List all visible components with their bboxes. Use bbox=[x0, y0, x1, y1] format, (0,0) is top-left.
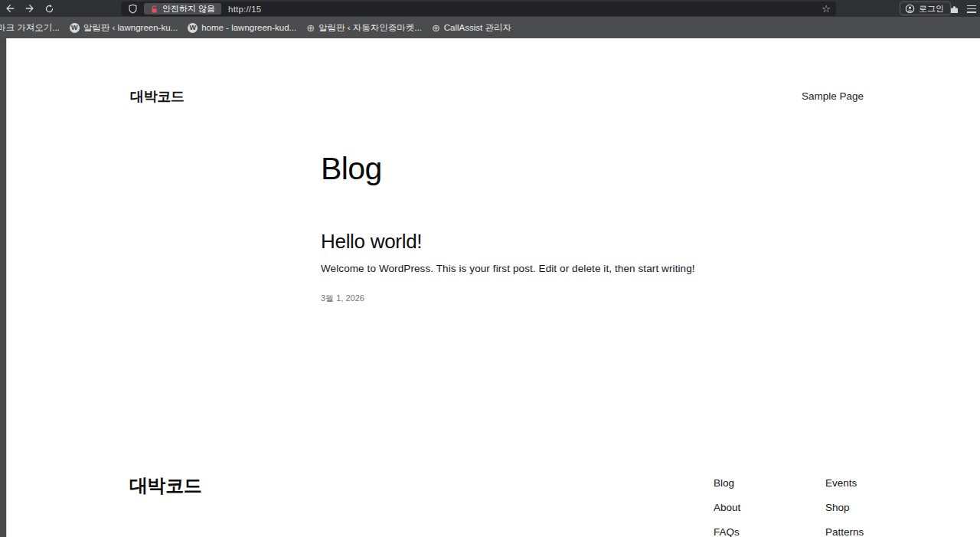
browser-window: 안전하지 않음 http://15 ☆ 로그인 마크 가져오기... W 알림판… bbox=[0, 0, 980, 38]
footer-link-blog[interactable]: Blog bbox=[714, 478, 750, 489]
globe-icon: ⊕ bbox=[432, 23, 440, 33]
globe-icon: ⊕ bbox=[306, 23, 315, 33]
account-icon bbox=[905, 4, 915, 14]
window-edge bbox=[0, 38, 7, 537]
bookmark-item[interactable]: ⊕ 알림판 ‹ 자동차인증마켓... bbox=[306, 22, 422, 34]
footer-link-faqs[interactable]: FAQs bbox=[714, 527, 750, 537]
bookmarks-bar: 마크 가져오기... W 알림판 ‹ lawngreen-ku... W hom… bbox=[0, 17, 980, 38]
forward-icon[interactable] bbox=[24, 2, 36, 15]
bookmark-label: 마크 가져오기... bbox=[0, 22, 60, 34]
footer-link-patterns[interactable]: Patterns bbox=[825, 527, 864, 537]
footer-link-shop[interactable]: Shop bbox=[825, 503, 864, 513]
back-icon[interactable] bbox=[4, 2, 16, 15]
footer-nav-column-2: Events Shop Patterns Themes bbox=[825, 478, 864, 537]
post-title-link[interactable]: Hello world! bbox=[321, 230, 422, 254]
navigation-toolbar: 안전하지 않음 http://15 ☆ 로그인 bbox=[0, 0, 980, 17]
menu-hamburger-icon[interactable] bbox=[967, 3, 978, 14]
wordpress-icon: W bbox=[70, 23, 80, 33]
bookmark-label: 알림판 ‹ 자동차인증마켓... bbox=[318, 22, 422, 34]
footer-nav-column-1: Blog About FAQs Authors bbox=[714, 478, 750, 537]
footer-site-title[interactable]: 대박코드 bbox=[129, 473, 201, 498]
security-badge-label: 안전하지 않음 bbox=[162, 3, 215, 15]
site-title[interactable]: 대박코드 bbox=[130, 87, 185, 106]
footer-link-about[interactable]: About bbox=[714, 503, 750, 513]
url-bar[interactable]: 안전하지 않음 http://15 ☆ bbox=[121, 2, 836, 16]
extensions-icon[interactable] bbox=[948, 3, 960, 15]
nav-link-sample-page[interactable]: Sample Page bbox=[802, 90, 864, 102]
bookmark-label: 알림판 ‹ lawngreen-ku... bbox=[83, 22, 178, 34]
bookmark-item[interactable]: W 알림판 ‹ lawngreen-ku... bbox=[70, 22, 178, 34]
bookmark-star-icon[interactable]: ☆ bbox=[822, 2, 831, 15]
login-button[interactable]: 로그인 bbox=[900, 2, 951, 15]
bookmark-item[interactable]: 마크 가져오기... bbox=[0, 22, 60, 34]
footer-link-events[interactable]: Events bbox=[825, 478, 864, 489]
page-title: Blog bbox=[321, 151, 382, 187]
login-label: 로그인 bbox=[919, 3, 944, 15]
url-text[interactable]: http://15 bbox=[228, 5, 261, 14]
bookmark-item[interactable]: ⊕ CallAssist 관리자 bbox=[432, 22, 511, 34]
bookmark-label: CallAssist 관리자 bbox=[444, 22, 511, 34]
bookmark-item[interactable]: W home - lawngreen-kud... bbox=[188, 23, 296, 33]
tracking-shield-icon[interactable] bbox=[128, 4, 138, 14]
bookmark-label: home - lawngreen-kud... bbox=[201, 23, 296, 32]
insecure-lock-icon bbox=[150, 5, 158, 14]
security-badge[interactable]: 안전하지 않음 bbox=[144, 3, 221, 15]
post-date: 3월 1, 2026 bbox=[321, 293, 364, 304]
wordpress-icon: W bbox=[188, 23, 198, 33]
reload-icon[interactable] bbox=[43, 2, 55, 15]
post-excerpt: Welcome to WordPress. This is your first… bbox=[321, 263, 695, 274]
page-content: 대박코드 Sample Page Blog Hello world! Welco… bbox=[0, 38, 980, 537]
